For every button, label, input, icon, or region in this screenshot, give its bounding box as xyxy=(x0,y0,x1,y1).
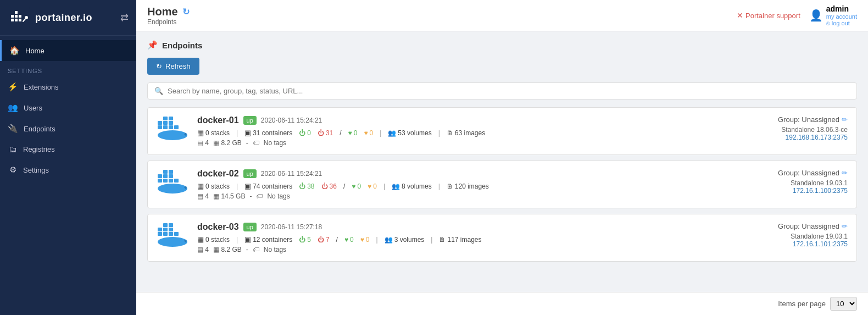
stopped-icon-02: ⏻ xyxy=(321,183,328,190)
ip-01: 192.168.16.173:2375 xyxy=(749,134,848,141)
containers-icon-03: ▣ xyxy=(244,235,251,244)
version-03: Standalone 19.03.1 xyxy=(749,233,848,240)
support-label: Portainer support xyxy=(745,12,800,20)
admin-links: my account ⎋ log out xyxy=(826,13,857,26)
sidebar-item-home[interactable]: 🏠 Home xyxy=(0,40,136,61)
card-stats-03: ▦ 0 stacks | ▣ 12 containers ⏻ 5 ⏻ 7 xyxy=(197,235,740,244)
svg-rect-16 xyxy=(169,121,173,125)
log-out-link[interactable]: ⎋ log out xyxy=(826,20,857,26)
items-per-page-select[interactable]: 10 25 50 xyxy=(830,297,857,311)
sidebar-item-endpoints[interactable]: 🔌 Endpoints xyxy=(0,118,136,139)
sidebar-item-users[interactable]: 👥 Users xyxy=(0,97,136,118)
page-title-text: Home xyxy=(147,5,178,18)
docker-logo-03 xyxy=(157,222,188,248)
healthy-icon-03: ♥ xyxy=(344,236,348,244)
svg-rect-37 xyxy=(163,223,168,227)
svg-rect-26 xyxy=(169,174,173,178)
svg-rect-2 xyxy=(15,19,18,21)
footer-bar: Items per page 10 25 50 xyxy=(136,292,868,315)
svg-rect-17 xyxy=(163,117,168,120)
svg-rect-32 xyxy=(169,232,173,236)
log-out-icon: ⎋ xyxy=(826,20,832,26)
my-account-link[interactable]: my account xyxy=(826,13,857,20)
timestamp-02: 2020-06-11 15:24:21 xyxy=(261,170,322,178)
healthy-03: ♥ 0 xyxy=(344,236,354,244)
endpoints-section-header: 📌 Endpoints xyxy=(147,40,857,50)
card-stats-02: ▦ 0 stacks | ▣ 74 containers ⏻ 38 ⏻ 36 xyxy=(197,182,740,190)
status-badge-03: up xyxy=(243,223,257,231)
unhealthy-icon-01: ♥ xyxy=(364,129,368,137)
search-input[interactable] xyxy=(168,87,850,95)
svg-rect-28 xyxy=(169,170,173,174)
card-title-row-02: docker-02 up 2020-06-11 15:24:21 xyxy=(197,169,740,179)
topbar-refresh-icon[interactable]: ↻ xyxy=(182,7,190,17)
topbar-left: Home ↻ Endpoints xyxy=(147,5,190,26)
unhealthy-icon-03: ♥ xyxy=(360,236,364,244)
ip-03: 172.16.1.101:2375 xyxy=(749,240,848,248)
memory-02: ▦ 14.5 GB xyxy=(213,192,245,200)
sidebar-item-label-users: Users xyxy=(24,104,42,112)
svg-rect-1 xyxy=(11,19,14,21)
svg-rect-24 xyxy=(158,174,162,178)
containers-02: ▣ 74 containers xyxy=(244,182,292,190)
registries-icon: 🗂 xyxy=(8,145,18,154)
svg-rect-38 xyxy=(169,223,173,227)
card-body-docker-02: docker-02 up 2020-06-11 15:24:21 ▦ 0 sta… xyxy=(197,169,740,200)
version-02: Standalone 19.03.1 xyxy=(749,179,848,187)
edit-icon-02[interactable]: ✏ xyxy=(842,169,848,177)
running-03: ⏻ 5 xyxy=(299,236,311,244)
containers-icon-02: ▣ xyxy=(244,182,251,190)
users-icon: 👥 xyxy=(8,103,18,113)
images-02: 🗎 120 images xyxy=(447,183,489,190)
sidebar-item-extensions[interactable]: ⚡ Extensions xyxy=(0,76,136,97)
endpoint-card-docker-03: docker-03 up 2020-06-11 15:27:18 ▦ 0 sta… xyxy=(147,214,857,262)
svg-point-29 xyxy=(158,184,187,194)
running-icon-02: ⏻ xyxy=(299,183,305,190)
svg-rect-4 xyxy=(11,15,14,18)
refresh-button[interactable]: ↻ Refresh xyxy=(147,58,199,75)
transfer-icon[interactable]: ⇄ xyxy=(120,12,129,24)
admin-area: 👤 admin my account ⎋ log out xyxy=(809,4,857,26)
svg-rect-27 xyxy=(163,170,168,174)
stopped-03: ⏻ 7 xyxy=(318,236,330,244)
cpu-01: ▤ 4 xyxy=(197,139,209,147)
card-body-docker-01: docker-01 up 2020-06-11 15:24:21 ▦ 0 sta… xyxy=(197,115,740,147)
version-01: Standalone 18.06.3-ce xyxy=(749,126,848,134)
settings-section-label: SETTINGS xyxy=(0,61,136,76)
svg-rect-11 xyxy=(163,125,168,129)
unhealthy-01: ♥ 0 xyxy=(364,129,373,137)
endpoints-heading: Endpoints xyxy=(162,41,202,50)
content-area: 📌 Endpoints ↻ Refresh 🔍 xyxy=(136,31,868,292)
group-03: Group: Unassigned ✏ xyxy=(749,222,848,230)
containers-03: ▣ 12 containers xyxy=(244,235,292,244)
card-tags-01: ▤ 4 ▦ 8.2 GB - 🏷 No tags xyxy=(197,139,740,147)
edit-icon-03[interactable]: ✏ xyxy=(842,222,848,230)
tags-label-02: No tags xyxy=(267,192,290,200)
containers-icon-01: ▣ xyxy=(244,129,251,137)
svg-rect-20 xyxy=(158,179,162,183)
sidebar-item-label-settings: Settings xyxy=(23,166,49,174)
endpoint-card-docker-01: docker-01 up 2020-06-11 15:24:21 ▦ 0 sta… xyxy=(147,107,857,155)
volumes-icon-02: 👥 xyxy=(392,183,400,190)
main-area: Home ↻ Endpoints ✕ Portainer support 👤 a… xyxy=(136,0,868,315)
edit-icon-01[interactable]: ✏ xyxy=(842,115,848,124)
unhealthy-02: ♥ 0 xyxy=(368,183,377,190)
extensions-icon: ⚡ xyxy=(8,82,18,92)
stopped-01: ⏻ 31 xyxy=(318,129,333,137)
running-02: ⏻ 38 xyxy=(299,183,314,190)
images-icon-03: 🗎 xyxy=(439,236,446,244)
sidebar-item-registries[interactable]: 🗂 Registries xyxy=(0,139,136,159)
svg-rect-22 xyxy=(169,179,173,183)
svg-point-9 xyxy=(25,16,28,19)
card-title-row-03: docker-03 up 2020-06-11 15:27:18 xyxy=(197,222,740,232)
stacks-icon-01: ▦ xyxy=(197,129,204,137)
sidebar-item-settings[interactable]: ⚙ Settings xyxy=(0,159,136,180)
docker-logo-02 xyxy=(157,169,188,195)
status-badge-01: up xyxy=(243,116,257,125)
healthy-02: ♥ 0 xyxy=(352,183,361,190)
group-01: Group: Unassigned ✏ xyxy=(749,115,848,124)
memory-01: ▦ 8.2 GB xyxy=(213,139,242,147)
portainer-support-link[interactable]: ✕ Portainer support xyxy=(737,11,800,20)
unhealthy-icon-02: ♥ xyxy=(368,183,371,190)
tag-icon-02: 🏷 xyxy=(256,192,263,200)
